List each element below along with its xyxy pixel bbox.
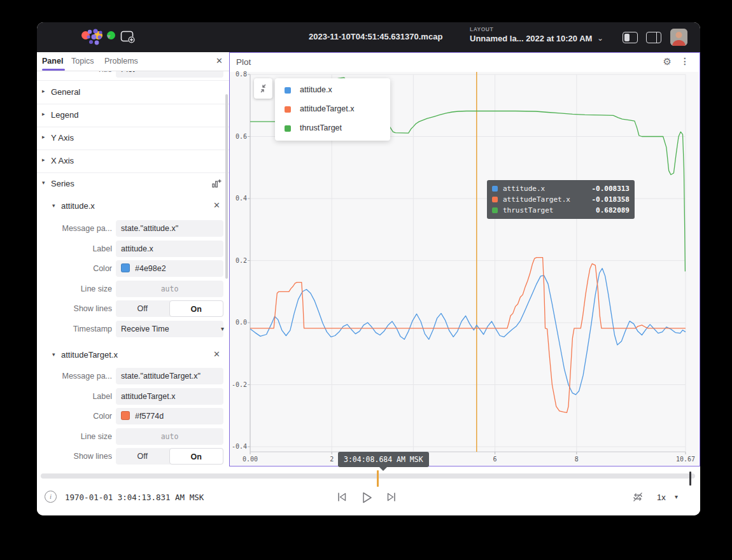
- tooltip-series-name: attitudeTarget.x: [503, 194, 570, 205]
- loop-off-button[interactable]: [631, 490, 645, 504]
- plot-legend[interactable]: attitude.xattitudeTarget.xthrustTarget: [275, 78, 390, 141]
- message-path-input[interactable]: state."attitudeTarget.x": [116, 368, 223, 384]
- section-general[interactable]: ▸ General: [37, 81, 229, 104]
- section-y-axis[interactable]: ▸ Y Axis: [37, 127, 229, 150]
- add-panel-icon[interactable]: [120, 30, 136, 44]
- hover-playhead-marker[interactable]: [377, 470, 379, 487]
- sidebar-scrollbar[interactable]: [225, 94, 228, 279]
- legend-label: attitudeTarget.x: [300, 104, 354, 113]
- y-tick-label: 0.8: [230, 71, 247, 78]
- color-swatch[interactable]: [121, 263, 130, 272]
- tab-topics[interactable]: Topics: [71, 57, 94, 66]
- legend-collapse-button[interactable]: [254, 78, 272, 99]
- desktop-background: ▾ 2023-11-10T04:51:45.631370.mcap LAYOUT…: [0, 0, 732, 560]
- legend-label: thrustTarget: [300, 123, 342, 132]
- x-tick-label: 2: [330, 456, 334, 463]
- y-tick-label: -0.4: [230, 443, 247, 450]
- speed-caret-icon[interactable]: ▾: [675, 493, 678, 500]
- panel-title: Plot: [236, 57, 251, 67]
- legend-swatch: [285, 87, 291, 94]
- section-legend[interactable]: ▸ Legend: [37, 104, 229, 127]
- message-path-input[interactable]: state."attitude.x": [116, 220, 223, 237]
- chevron-right-icon: ▸: [42, 88, 45, 94]
- y-tick-label: 0.2: [230, 257, 247, 264]
- legend-swatch: [285, 125, 291, 132]
- series-line-attitude.x: [250, 269, 686, 395]
- show-lines-off[interactable]: Off: [116, 448, 169, 465]
- field-row-message-path: Message pa... state."attitudeTarget.x": [37, 368, 229, 384]
- layout-caption: LAYOUT: [470, 26, 592, 32]
- select-caret-icon: ▾: [221, 321, 224, 337]
- label-input[interactable]: attitudeTarget.x: [116, 388, 223, 405]
- section-series[interactable]: ▾ Series: [37, 172, 229, 195]
- legend-item-thrustTarget[interactable]: thrustTarget: [275, 119, 390, 138]
- tab-panel[interactable]: Panel: [42, 57, 63, 66]
- title-input[interactable]: Plot: [116, 71, 223, 78]
- show-lines-toggle[interactable]: Off On: [116, 448, 223, 465]
- field-row-color: Color #4e98e2: [37, 260, 229, 277]
- right-sidebar-toggle-icon[interactable]: [646, 32, 661, 43]
- play-icon: [359, 490, 374, 505]
- playback-speed[interactable]: 1x: [657, 493, 666, 502]
- seek-forward-button[interactable]: [384, 490, 398, 504]
- data-source-chevron-icon[interactable]: ▾: [107, 32, 111, 41]
- tooltip-row: attitude.x-0.008313: [492, 183, 630, 194]
- y-tick-label: -0.2: [230, 381, 247, 388]
- skip-to-end-icon: [384, 490, 398, 504]
- foxglove-logo-icon[interactable]: [85, 29, 104, 46]
- field-row-color: Color #f5774d: [37, 408, 229, 424]
- color-input[interactable]: #4e98e2: [116, 260, 223, 277]
- legend-item-attitudeTarget.x[interactable]: attitudeTarget.x: [275, 100, 390, 119]
- panel-menu-kebab-icon[interactable]: ⋮: [680, 56, 689, 66]
- y-tick-label: 0.6: [230, 133, 247, 140]
- play-button[interactable]: [359, 490, 374, 505]
- field-row-label: Label attitudeTarget.x: [37, 388, 229, 405]
- color-input[interactable]: #f5774d: [116, 408, 223, 424]
- recording-info-icon[interactable]: i: [45, 491, 57, 503]
- current-position-marker[interactable]: [689, 472, 691, 486]
- show-lines-off[interactable]: Off: [116, 300, 169, 317]
- tooltip-swatch: [492, 197, 498, 202]
- layout-chevron-icon[interactable]: ⌄: [597, 34, 603, 43]
- timeline-scrubber[interactable]: [41, 473, 695, 479]
- active-tab-indicator: [42, 69, 65, 71]
- remove-series-icon[interactable]: ✕: [213, 349, 220, 359]
- seek-backward-button[interactable]: [335, 490, 349, 504]
- show-lines-on[interactable]: On: [169, 448, 224, 465]
- current-timestamp: 1970-01-01 3:04:13.831 AM MSK: [65, 493, 204, 502]
- series-header-attitude-target-x[interactable]: ▾ attitudeTarget.x ✕: [37, 344, 229, 366]
- user-avatar[interactable]: [670, 29, 687, 46]
- show-lines-on[interactable]: On: [169, 300, 224, 317]
- section-x-axis[interactable]: ▸ X Axis: [37, 150, 229, 173]
- hover-values-tooltip: attitude.x-0.008313attitudeTarget.x-0.01…: [487, 180, 635, 219]
- tooltip-row: thrustTarget0.682089: [492, 205, 630, 216]
- sidebar-close-icon[interactable]: ✕: [216, 56, 223, 66]
- line-size-input[interactable]: auto: [116, 281, 223, 297]
- line-size-input[interactable]: auto: [116, 428, 223, 445]
- field-row-title-clipped: Title Plot: [37, 71, 229, 81]
- left-sidebar-toggle-icon[interactable]: [623, 32, 638, 43]
- label-input[interactable]: attitude.x: [116, 241, 223, 257]
- series-header-attitude-x[interactable]: ▾ attitude.x ✕: [37, 195, 229, 217]
- collapse-arrows-icon: [254, 78, 272, 99]
- chart-area[interactable]: 0.80.60.40.20.0-0.2-0.4 0.00246810.67 at…: [230, 72, 699, 465]
- color-swatch[interactable]: [121, 411, 130, 420]
- repeat-off-icon: [631, 490, 645, 504]
- settings-scroll-area[interactable]: Title Plot ▸ General ▸ Legend ▸ Y Axis: [37, 71, 229, 466]
- add-series-icon[interactable]: [211, 178, 222, 188]
- plot-panel[interactable]: Plot ⚙ ⋮ 0.80.60.40.20.0-0.2-0.4 0.00246…: [229, 52, 700, 466]
- tab-problems[interactable]: Problems: [104, 57, 138, 66]
- tooltip-series-value: -0.008313: [591, 183, 630, 194]
- tooltip-series-name: attitude.x: [503, 183, 545, 194]
- series-line-attitudeTarget.x: [250, 258, 686, 413]
- plot-panel-header[interactable]: Plot ⚙ ⋮: [230, 53, 700, 72]
- field-row-show-lines: Show lines Off On: [37, 448, 229, 465]
- sidebar-tabbar: Panel Topics Problems ✕: [37, 52, 229, 71]
- panel-settings-gear-icon[interactable]: ⚙: [663, 56, 672, 67]
- tooltip-swatch: [492, 186, 498, 192]
- timestamp-select[interactable]: Receive Time: [116, 321, 223, 337]
- remove-series-icon[interactable]: ✕: [213, 200, 220, 210]
- show-lines-toggle[interactable]: Off On: [116, 300, 223, 317]
- legend-item-attitude.x[interactable]: attitude.x: [275, 81, 390, 100]
- layout-menu[interactable]: LAYOUT Unnamed la... 2022 at 10:20 AM: [470, 26, 592, 43]
